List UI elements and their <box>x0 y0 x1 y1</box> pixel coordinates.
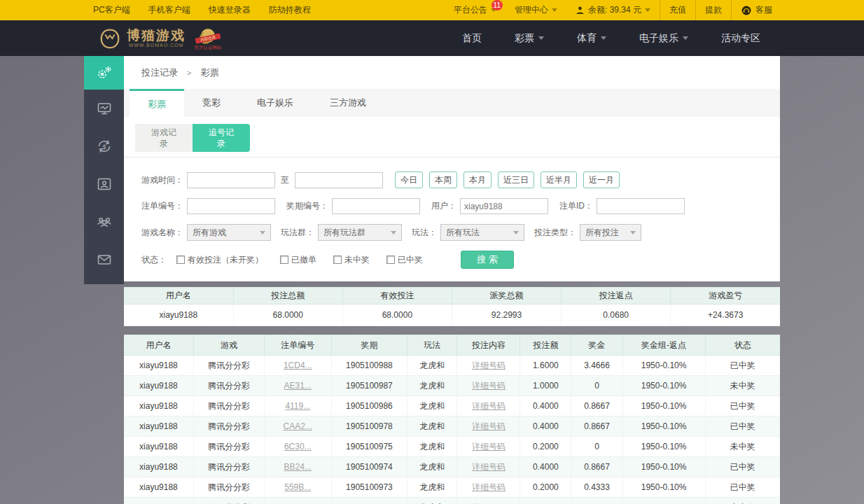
summary-cell: +24.3673 <box>671 304 780 326</box>
bet-detail-link[interactable]: 详细号码 <box>472 421 506 431</box>
admin-center-button[interactable]: 管理中心 <box>506 0 566 20</box>
subtab-item[interactable]: 游戏记录 <box>135 124 193 152</box>
cell: 1950-0.10% <box>622 376 705 396</box>
topbar-link[interactable]: 手机客户端 <box>139 0 200 20</box>
checkbox-icon[interactable] <box>176 255 185 264</box>
table-row: xiayu9188腾讯分分彩CAA2...1905100978龙虎和详细号码0.… <box>124 416 780 437</box>
order-id-link[interactable]: 6C30... <box>284 442 312 451</box>
withdraw-label: 提款 <box>705 4 722 16</box>
svg-text:$: $ <box>102 144 106 150</box>
subtab-item[interactable]: 追号记录 <box>193 124 250 152</box>
order-id-input[interactable] <box>597 198 685 214</box>
cell: 腾讯分分彩 <box>193 498 264 504</box>
quick-date-button[interactable]: 本月 <box>464 172 492 188</box>
tab-item[interactable]: 竞彩 <box>184 89 239 117</box>
topbar-link[interactable]: 防劫持教程 <box>260 0 320 20</box>
column-header: 投注内容 <box>457 335 520 356</box>
order-id-link[interactable]: 559B... <box>284 482 311 492</box>
withdraw-button[interactable]: 提款 <box>696 0 731 20</box>
quick-date-button[interactable]: 近一月 <box>583 172 620 188</box>
status-checkbox[interactable]: 已中奖 <box>386 254 423 266</box>
search-button[interactable]: 搜 索 <box>461 251 514 269</box>
table-row: xiayu9188腾讯分分彩1AC3...1905090946龙虎和详细号码0.… <box>124 498 780 504</box>
nav-item[interactable]: 电子娱乐 <box>639 32 688 45</box>
cell: xiayu9188 <box>124 477 193 498</box>
issue-no-input[interactable] <box>332 198 420 214</box>
status-checkboxes: 有效投注（未开奖）已撤单未中奖已中奖 <box>176 254 440 266</box>
status-checkbox[interactable]: 有效投注（未开奖） <box>176 254 263 266</box>
recharge-button[interactable]: 充值 <box>660 0 695 20</box>
cell: 腾讯分分彩 <box>193 356 264 376</box>
cell: 腾讯分分彩 <box>193 396 264 416</box>
quick-date-button[interactable]: 近半月 <box>541 172 577 188</box>
cell: 0 <box>571 376 622 396</box>
cell: 腾讯分分彩 <box>193 477 264 498</box>
cell: 详细号码 <box>457 396 520 416</box>
cell: 龙虎和 <box>407 396 457 416</box>
bet-detail-link[interactable]: 详细号码 <box>472 360 506 370</box>
summary-cell: 68.0000 <box>342 304 452 326</box>
bet-detail-link[interactable]: 详细号码 <box>472 482 506 492</box>
bet-type-select[interactable]: 所有投注 <box>580 224 641 241</box>
breadcrumb-item[interactable]: 投注记录 <box>141 66 178 79</box>
platform-notice-button[interactable]: 平台公告 11 <box>445 0 506 20</box>
bet-detail-link[interactable]: 详细号码 <box>472 381 506 391</box>
checkbox-icon[interactable] <box>280 255 288 264</box>
record-subtabs: 游戏记录追号记录 <box>135 124 250 152</box>
nav-item[interactable]: 首页 <box>462 32 482 45</box>
bet-detail-link[interactable]: 详细号码 <box>472 462 506 472</box>
play-select[interactable]: 所有玩法 <box>440 224 524 241</box>
column-header: 投注额 <box>520 335 571 356</box>
order-id-link[interactable]: BB24... <box>284 462 312 472</box>
status-checkbox[interactable]: 已撤单 <box>280 254 316 266</box>
game-name-select[interactable]: 所有游戏 <box>187 224 271 241</box>
cell: 0.8667 <box>571 396 622 416</box>
quick-date-button[interactable]: 今日 <box>395 172 423 188</box>
checkbox-label: 已中奖 <box>398 254 423 266</box>
tab-item[interactable]: 电子娱乐 <box>239 89 312 117</box>
order-id-link[interactable]: 4119... <box>285 401 310 411</box>
quick-date-button[interactable]: 本周 <box>429 172 457 188</box>
nav-item[interactable]: 体育 <box>577 32 606 45</box>
nav-item[interactable]: 彩票 <box>515 32 544 45</box>
sidebar-item-team[interactable] <box>84 203 124 241</box>
sidebar-item-messages[interactable] <box>84 241 124 279</box>
category-tabs: 彩票竞彩电子娱乐三方游戏 <box>124 89 780 117</box>
sidebar-item-transactions[interactable]: $ <box>84 127 124 165</box>
cell: 详细号码 <box>457 437 520 457</box>
balance-menu[interactable]: 余额: 39.34 元 <box>566 0 660 20</box>
checkbox-icon[interactable] <box>333 255 342 264</box>
order-id-link[interactable]: AE31... <box>284 381 312 391</box>
order-id-link[interactable]: 1CD4... <box>284 360 312 370</box>
bet-detail-link[interactable]: 详细号码 <box>472 442 506 451</box>
play-group-select[interactable]: 所有玩法群 <box>318 224 402 241</box>
topbar-link[interactable]: PC客户端 <box>84 0 139 20</box>
order-no-input[interactable] <box>187 198 275 214</box>
tab-item[interactable]: 彩票 <box>130 89 184 117</box>
bet-detail-link[interactable]: 详细号码 <box>472 401 506 411</box>
filter-row-selects: 游戏名称： 所有游戏 玩法群： 所有玩法群 玩法： 所有玩法 投注类型： 所有投… <box>141 224 780 241</box>
official-seal-icon: 内部优惠 官方认证网站 <box>193 27 223 50</box>
nav-item[interactable]: 活动专区 <box>721 32 760 45</box>
time-end-input[interactable] <box>295 172 383 188</box>
quick-date-button[interactable]: 近三日 <box>498 172 534 188</box>
mail-icon <box>96 251 113 268</box>
sidebar-item-reports[interactable] <box>84 90 124 127</box>
tab-item[interactable]: 三方游戏 <box>312 89 384 117</box>
cell: 1950-0.10% <box>622 416 705 437</box>
topbar-link[interactable]: 快速登录器 <box>200 0 260 20</box>
site-logo[interactable]: 博猫游戏 WWW.BOMAO.COM 内部优惠 官方认证网站 <box>98 27 223 50</box>
checkbox-icon[interactable] <box>386 255 395 264</box>
sidebar-item-settings[interactable] <box>84 56 124 90</box>
customer-service-button[interactable]: 客服 <box>732 0 781 20</box>
order-id-link[interactable]: CAA2... <box>284 421 312 431</box>
sidebar-item-profile[interactable] <box>84 165 124 203</box>
cell: 龙虎和 <box>407 416 457 437</box>
checkbox-label: 未中奖 <box>344 254 370 266</box>
time-start-input[interactable] <box>187 172 275 188</box>
cell: 已中奖 <box>705 477 780 498</box>
breadcrumb: 投注记录 > 彩票 <box>124 56 780 89</box>
status-checkbox[interactable]: 未中奖 <box>333 254 370 266</box>
order-id-label: 注单ID： <box>559 200 593 212</box>
user-input[interactable] <box>460 198 548 214</box>
